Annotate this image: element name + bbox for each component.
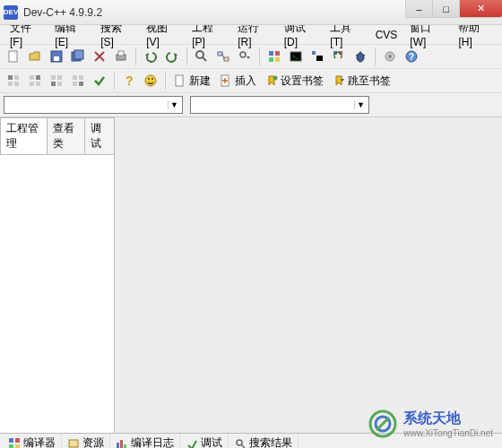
- compiler-icon: [9, 438, 20, 449]
- insert-button-label: 插入: [235, 73, 256, 89]
- toolbar-separator: [165, 72, 166, 90]
- title-bar: DEV Dev-C++ 4.9.9.2 – □ ✕: [0, 0, 502, 25]
- svg-rect-44: [73, 75, 77, 80]
- btab-compiler[interactable]: 编译器: [4, 434, 62, 448]
- svg-text:>_: >_: [292, 54, 299, 59]
- run-icon[interactable]: >_: [286, 47, 306, 66]
- new-button[interactable]: 新建: [170, 71, 214, 90]
- new-button-label: 新建: [189, 73, 211, 89]
- find-next-icon[interactable]: [235, 47, 255, 66]
- tab-classes[interactable]: 查看类: [47, 117, 85, 154]
- search-results-icon: [235, 438, 246, 449]
- menu-bar: 文件[F] 编辑[E] 搜索[S] 视图[V] 工程[P] 运行[R] 调试[D…: [0, 25, 502, 45]
- bottom-tabs: 编译器 资源 编译日志 调试 搜索结果: [0, 433, 502, 448]
- bookmark-set-icon: [265, 74, 278, 87]
- qmark-icon[interactable]: ?: [119, 71, 139, 90]
- toolbar-separator: [375, 47, 376, 65]
- minimize-button[interactable]: –: [405, 0, 432, 18]
- svg-rect-17: [275, 57, 280, 62]
- editor-area[interactable]: [115, 117, 502, 433]
- svg-rect-42: [51, 82, 56, 86]
- chevron-down-icon: ▼: [168, 100, 180, 109]
- svg-rect-32: [8, 75, 13, 80]
- undo-icon[interactable]: [141, 47, 160, 66]
- smile-icon[interactable]: [141, 71, 160, 90]
- svg-rect-40: [51, 75, 56, 80]
- svg-rect-45: [79, 75, 83, 80]
- maximize-button[interactable]: □: [432, 0, 459, 18]
- svg-rect-59: [69, 440, 78, 447]
- toolbar-row-2: ? 新建 插入 设置书签 跳至书签: [0, 69, 502, 93]
- compile-icon[interactable]: [264, 47, 284, 66]
- pane3-icon[interactable]: [47, 71, 66, 90]
- svg-rect-39: [36, 82, 40, 86]
- resources-icon: [68, 438, 79, 449]
- redo-icon[interactable]: [162, 47, 182, 66]
- btab-compile-log[interactable]: 编译日志: [111, 434, 180, 448]
- new-doc-icon: [174, 74, 186, 87]
- combo-2[interactable]: ▼: [190, 96, 369, 114]
- goto-bookmark-button[interactable]: 跳至书签: [329, 71, 394, 90]
- btab-search-results[interactable]: 搜索结果: [229, 434, 299, 448]
- svg-rect-36: [30, 75, 34, 80]
- svg-point-51: [151, 78, 153, 80]
- help-icon[interactable]: ?: [402, 47, 421, 66]
- combo-row: ▼ ▼: [0, 93, 502, 117]
- svg-rect-60: [117, 443, 119, 449]
- svg-rect-62: [124, 444, 126, 449]
- btab-log-label: 编译日志: [131, 435, 174, 448]
- rebuild-icon[interactable]: [329, 47, 349, 66]
- svg-rect-38: [30, 82, 34, 86]
- combo-1[interactable]: ▼: [4, 96, 183, 114]
- svg-rect-52: [176, 75, 183, 86]
- main-area: 工程管理 查看类 调试: [0, 117, 502, 433]
- btab-search-label: 搜索结果: [249, 435, 292, 448]
- save-all-icon[interactable]: [68, 47, 88, 66]
- svg-point-24: [357, 53, 364, 62]
- svg-line-64: [241, 444, 245, 448]
- svg-rect-56: [15, 438, 20, 443]
- app-icon: DEV: [4, 5, 18, 20]
- side-panel: 工程管理 查看类 调试: [0, 117, 115, 433]
- btab-compiler-label: 编译器: [23, 435, 56, 448]
- insert-button[interactable]: 插入: [216, 71, 260, 90]
- new-file-icon[interactable]: [4, 47, 23, 66]
- window-controls: – □ ✕: [405, 0, 502, 18]
- compile-run-icon[interactable]: [307, 47, 327, 66]
- pane1-icon[interactable]: [4, 71, 23, 90]
- open-icon[interactable]: [25, 47, 45, 66]
- chevron-down-icon: ▼: [354, 100, 367, 109]
- close-button[interactable]: ✕: [459, 0, 502, 18]
- btab-debug[interactable]: 调试: [181, 434, 229, 448]
- svg-rect-35: [14, 82, 19, 86]
- svg-point-50: [148, 78, 150, 80]
- svg-rect-43: [57, 82, 62, 86]
- options-icon[interactable]: [380, 47, 400, 66]
- svg-point-29: [388, 55, 392, 58]
- btab-resources[interactable]: 资源: [63, 434, 110, 448]
- close-file-icon[interactable]: [90, 47, 109, 66]
- svg-rect-41: [57, 75, 62, 80]
- save-icon[interactable]: [47, 47, 66, 66]
- svg-rect-2: [54, 56, 59, 61]
- svg-rect-14: [269, 51, 273, 56]
- pane2-icon[interactable]: [25, 71, 45, 90]
- insert-icon: [220, 74, 232, 87]
- replace-icon[interactable]: [213, 47, 233, 66]
- debug-icon[interactable]: [351, 47, 370, 66]
- print-icon[interactable]: [111, 47, 131, 66]
- set-bookmark-button[interactable]: 设置书签: [262, 71, 327, 90]
- set-bookmark-label: 设置书签: [281, 73, 324, 89]
- menu-cvs[interactable]: CVS: [369, 27, 404, 43]
- btab-debug-label: 调试: [201, 435, 222, 448]
- svg-rect-61: [120, 440, 123, 449]
- svg-rect-15: [275, 51, 280, 56]
- side-content[interactable]: [0, 155, 114, 433]
- tab-debug[interactable]: 调试: [84, 117, 115, 154]
- pane4-icon[interactable]: [68, 71, 88, 90]
- tab-project[interactable]: 工程管理: [0, 117, 48, 154]
- svg-rect-55: [9, 438, 13, 443]
- goto-bookmark-label: 跳至书签: [348, 73, 391, 89]
- find-icon[interactable]: [192, 47, 212, 66]
- check-icon[interactable]: [90, 71, 109, 90]
